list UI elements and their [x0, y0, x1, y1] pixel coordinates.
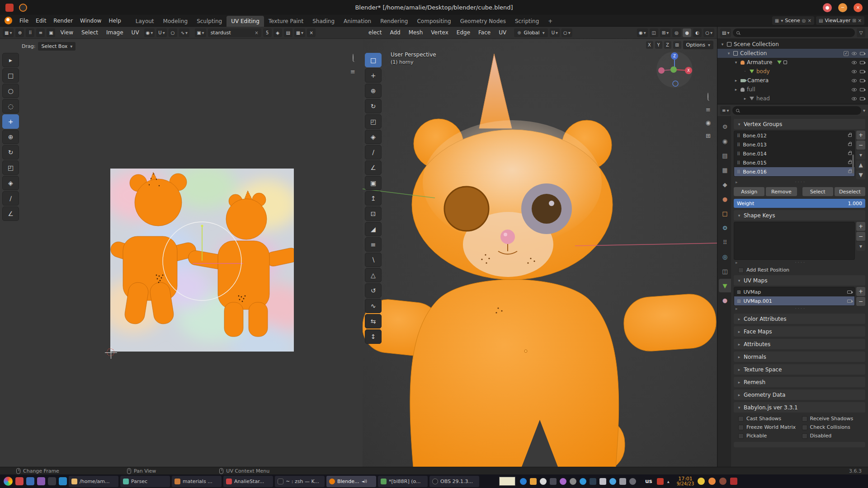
check-collisions-row[interactable]: Check Collisions	[802, 424, 864, 430]
workspace-tab-layout[interactable]: Layout	[131, 16, 159, 27]
uv-sync-toggle[interactable]: ⊕	[15, 28, 24, 37]
pin-icon[interactable]: ◎	[802, 18, 806, 23]
drag-mode-dropdown[interactable]: Select Box▾	[38, 42, 75, 51]
vertex-group-item[interactable]: ⠿Bone.014	[734, 149, 854, 158]
zoom-icon[interactable]	[708, 93, 708, 100]
uv-2d-cursor[interactable]	[107, 348, 114, 356]
hide-icon[interactable]	[852, 70, 857, 73]
weight-slider[interactable]: Weight 1.000	[734, 199, 865, 208]
fake-user-toggle[interactable]: ◈	[274, 28, 282, 37]
select-button[interactable]: Select	[802, 187, 833, 196]
tool-rotate[interactable]: ↻	[365, 99, 382, 113]
start-menu-icon[interactable]	[4, 477, 13, 486]
remove-icon[interactable]: ×	[858, 18, 862, 23]
tool-annotate[interactable]: ∕	[365, 145, 382, 160]
hide-icon[interactable]	[852, 52, 857, 55]
keyboard-layout-indicator[interactable]: us	[645, 478, 652, 484]
lock-icon[interactable]	[848, 152, 852, 155]
proportional-falloff-button[interactable]: ∿▾	[179, 28, 189, 37]
tool-select-box[interactable]: □	[2, 68, 19, 83]
taskbar-window-obs[interactable]: OBS 29.1.3...	[429, 476, 479, 487]
gizmo-y-axis[interactable]	[670, 66, 677, 73]
tab-render[interactable]: ◉	[719, 134, 731, 148]
tool-smooth[interactable]: ∿	[365, 299, 382, 313]
assign-button[interactable]: Assign	[734, 187, 764, 196]
shading-material-button[interactable]: ◐	[693, 28, 702, 37]
render-icon[interactable]	[860, 61, 864, 64]
tray-icon[interactable]	[657, 478, 664, 485]
menu-render[interactable]: Render	[50, 15, 76, 27]
receive-shadows-row[interactable]: Receive Shadows	[802, 416, 864, 422]
tool-cursor[interactable]: +	[2, 114, 19, 129]
menu-edit[interactable]: Edit	[32, 15, 50, 27]
menu-edge[interactable]: Edge	[453, 29, 473, 36]
viewlayer-selector[interactable]: ▤ ViewLayer ⊞ ×	[816, 16, 864, 25]
remove-vertex-group-button[interactable]: −	[856, 141, 865, 150]
mesh-teddy-bear[interactable]	[363, 39, 717, 467]
editor-type-button[interactable]: ▤▾	[720, 28, 731, 37]
uv-menu-view[interactable]: View	[57, 29, 76, 36]
outliner-row-collection[interactable]: ▾ Collection ✓	[717, 49, 868, 58]
filter-dropdown-icon[interactable]: ▾	[863, 108, 865, 113]
image-users-button[interactable]: 5	[263, 28, 272, 37]
tool-loop-cut[interactable]: ≡	[365, 237, 382, 252]
tab-modifiers[interactable]: ⚙	[719, 221, 731, 235]
tool-move[interactable]: ⊕	[365, 84, 382, 98]
network-icon[interactable]	[619, 478, 626, 485]
freeze-world-matrix-row[interactable]: Freeze World Matrix	[738, 424, 800, 430]
menu-vertex[interactable]: Vertex	[428, 29, 452, 36]
vertex-group-item[interactable]: ⠿Bone.013	[734, 140, 854, 149]
snap-magnet-button[interactable]: U▾	[550, 28, 560, 37]
add-workspace-button[interactable]: +	[543, 16, 557, 27]
tray-icon[interactable]	[708, 478, 716, 485]
perspective-toggle-icon[interactable]: ⊞	[706, 132, 711, 139]
tab-physics[interactable]: ◎	[719, 250, 731, 263]
unlink-image-icon[interactable]: ×	[255, 30, 258, 35]
xray-toggle[interactable]: ◫	[650, 28, 658, 37]
workspace-tab-compositing[interactable]: Compositing	[412, 16, 455, 27]
shape-key-specials-button[interactable]: ▾	[856, 242, 865, 251]
taskbar-app-icon[interactable]	[48, 477, 56, 485]
uv-select-edge-button[interactable]: ≡	[36, 28, 45, 37]
tool-annotate[interactable]: ∕	[2, 191, 19, 206]
tool-extrude[interactable]: ↥	[365, 191, 382, 206]
taskbar-window-vim[interactable]: *[bl88R] (o...	[378, 476, 428, 487]
tool-poly-build[interactable]: △	[365, 268, 382, 282]
transform-orientation-dropdown[interactable]: ⊕ Global▾	[514, 28, 548, 37]
menu-help[interactable]: Help	[105, 15, 124, 27]
proportional-edit-toggle[interactable]: ○	[169, 28, 177, 37]
hide-icon[interactable]	[852, 97, 857, 100]
editor-type-button[interactable]: ▦▾	[3, 28, 14, 37]
uv-select-face-button[interactable]: ▣	[47, 28, 55, 37]
outliner-row-body[interactable]: · body	[717, 67, 868, 76]
tool-shrink-fatten[interactable]: ↕	[365, 329, 382, 344]
taskbar-window-blender[interactable]: Blende...◄))	[326, 476, 376, 487]
snap-toggle[interactable]: U▾	[156, 28, 166, 37]
image-name-field[interactable]: stardust ×	[208, 28, 261, 37]
taskbar-app-icon[interactable]	[37, 477, 45, 485]
add-rest-position-checkbox[interactable]	[738, 267, 744, 273]
taskbar-app-icon[interactable]	[59, 477, 67, 485]
tool-rotate[interactable]: ↻	[2, 145, 19, 160]
panel-normals[interactable]: ▸Normals	[734, 352, 865, 362]
taskbar-window-terminal[interactable]: ~ : zsh — K...	[275, 476, 325, 487]
tab-object-data[interactable]: ▼	[719, 279, 731, 292]
workspace-tab-sculpting[interactable]: Sculpting	[192, 16, 226, 27]
tab-material[interactable]: ●	[719, 293, 731, 307]
shading-solid-button[interactable]: ●	[683, 28, 691, 37]
outliner-row-scene-collection[interactable]: ▾ Scene Collection	[717, 40, 868, 49]
check-collisions-checkbox[interactable]	[802, 425, 807, 430]
unlink-icon[interactable]: ×	[808, 18, 811, 23]
freeze-world-matrix-checkbox[interactable]	[738, 425, 744, 430]
tool-edge-slide[interactable]: ⇆	[365, 314, 382, 328]
render-icon[interactable]	[860, 52, 864, 55]
panel-uv-maps[interactable]: ▾UV Maps	[734, 275, 865, 286]
remove-button[interactable]: Remove	[766, 187, 797, 196]
tool-knife[interactable]: ∖	[365, 253, 382, 267]
open-image-button[interactable]: ▦▾	[294, 28, 305, 37]
camera-view-icon[interactable]: ◉	[706, 119, 711, 126]
menu-file[interactable]: File	[16, 15, 32, 27]
panel-attributes[interactable]: ▸Attributes	[734, 339, 865, 349]
shading-rendered-button[interactable]: ○▾	[703, 28, 714, 37]
scene-selector[interactable]: ▦ ▾ Scene ◎ ×	[772, 16, 814, 25]
